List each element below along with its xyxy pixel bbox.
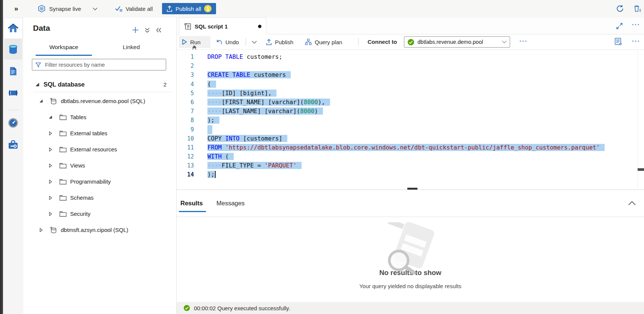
- discard-all-button[interactable]: [633, 0, 641, 17]
- tree-item-dbtmsft-azsyn-cipool-sql[interactable]: dbtmsft.azsyn.cipool (SQL): [23, 222, 176, 238]
- tab-workspace[interactable]: Workspace: [36, 44, 92, 51]
- collapse-panel-button[interactable]: [156, 27, 162, 33]
- nav-home-button[interactable]: [4, 18, 22, 39]
- code-line[interactable]: );: [207, 170, 605, 179]
- filter-resources-box: [32, 59, 166, 70]
- properties-icon: [614, 37, 623, 46]
- tree-section-sql-database[interactable]: SQL database 2: [23, 78, 176, 91]
- code-line[interactable]: COPY INTO [customers]: [207, 134, 605, 143]
- line-number: 2: [177, 61, 194, 70]
- empty-state-subtitle: Your query yielded no displayable result…: [177, 283, 644, 289]
- line-number: 8: [177, 116, 194, 125]
- nav-data-button[interactable]: [4, 39, 22, 60]
- publish-all-label: Publish all: [176, 6, 201, 12]
- tree-item-external-resources[interactable]: External resources: [23, 141, 176, 157]
- top-command-bar: » Synapse live: [3, 0, 644, 18]
- tab-sql-script-1[interactable]: SQL script 1: [179, 18, 266, 34]
- tab-more-actions-button[interactable]: ···: [632, 21, 640, 28]
- filter-resources-input[interactable]: [44, 61, 166, 68]
- refresh-icon: [616, 4, 624, 13]
- tree-item-tables[interactable]: Tables: [23, 109, 176, 125]
- code-line[interactable]: DROP TABLE customers;: [207, 52, 605, 61]
- validate-icon: [115, 5, 123, 12]
- code-line[interactable]: ····[FIRST_NAME] [varchar](8000),: [207, 98, 605, 107]
- trash-icon: [633, 4, 641, 13]
- tree-item-schemas[interactable]: Schemas: [23, 190, 176, 206]
- tree-item-views[interactable]: Views: [23, 157, 176, 173]
- tree-item-dbtlabs-revenue-demo-pool-sql[interactable]: dbtlabs.revenue.demo.pool (SQL): [23, 93, 176, 109]
- folder-icon: [59, 114, 67, 120]
- folder-icon: [59, 211, 67, 217]
- collapsed-chevron[interactable]: [48, 131, 53, 136]
- nav-monitor-button[interactable]: [4, 114, 22, 132]
- undo-button[interactable]: Undo: [213, 36, 242, 48]
- collapsed-chevron-icon: [48, 131, 53, 136]
- line-number-gutter: 1234567891011121314: [177, 52, 194, 179]
- code-line[interactable]: [207, 61, 605, 70]
- synapse-studio-window: » Synapse live: [0, 0, 644, 314]
- expanded-chevron[interactable]: [48, 115, 53, 119]
- code-line[interactable]: ····FILE_TYPE = 'PARQUET': [207, 161, 605, 170]
- expand-all-button[interactable]: [144, 28, 150, 33]
- validate-all-button[interactable]: Validate all: [115, 0, 153, 17]
- collapsed-chevron[interactable]: [48, 163, 53, 168]
- sql-code-editor[interactable]: 1234567891011121314 DROP TABLE customers…: [177, 50, 644, 190]
- refresh-button[interactable]: [616, 0, 624, 17]
- toolbar-overflow-button[interactable]: ···: [632, 38, 640, 45]
- code-line[interactable]: WITH (: [207, 152, 605, 161]
- editor-scrollbar-marker[interactable]: [638, 168, 644, 171]
- tree-divider: [33, 92, 171, 92]
- double-chevron-down-icon: [144, 28, 150, 33]
- line-number: 12: [177, 152, 194, 161]
- publish-button[interactable]: Publish: [263, 36, 296, 48]
- nav-integrate-button[interactable]: [4, 83, 22, 103]
- collapsed-chevron-icon: [48, 196, 53, 200]
- collapse-results-button[interactable]: [628, 200, 636, 206]
- undo-label: Undo: [225, 39, 239, 45]
- run-button[interactable]: Run: [179, 36, 210, 48]
- folder-icon: [59, 194, 67, 201]
- expanded-chevron[interactable]: [39, 99, 44, 103]
- code-line[interactable]: (: [207, 80, 605, 89]
- code-line[interactable]: );: [207, 116, 605, 125]
- collapsed-chevron[interactable]: [48, 196, 53, 200]
- code-content[interactable]: DROP TABLE customers;CREATE TABLE custom…: [207, 52, 605, 179]
- open-fullscreen-button[interactable]: [616, 22, 623, 30]
- toolbar-more-button[interactable]: ···: [519, 38, 528, 45]
- code-line[interactable]: FROM 'https://dbtlabsynapsedatalake.blob…: [207, 143, 605, 152]
- publish-icon: [167, 6, 173, 12]
- properties-button[interactable]: [614, 37, 623, 46]
- mode-selector[interactable]: Synapse live: [38, 0, 98, 17]
- tree-item-programmability[interactable]: Programmability: [23, 173, 176, 190]
- code-line[interactable]: CREATE TABLE customers: [207, 70, 605, 79]
- folder-icon: [59, 162, 67, 169]
- add-resource-button[interactable]: [132, 27, 139, 33]
- collapsed-chevron[interactable]: [48, 212, 53, 216]
- undo-redo-dropdown-button[interactable]: [249, 36, 260, 48]
- code-line[interactable]: ····[ID] [bigint],: [207, 89, 605, 98]
- editor-tab-bar: SQL script 1 ···: [177, 18, 644, 34]
- connect-to-pool-select[interactable]: dbtlabs.revenue.demo.pool: [404, 36, 510, 48]
- nav-develop-button[interactable]: [4, 61, 22, 81]
- no-results-illustration-icon: [379, 222, 443, 281]
- double-chevron-icon: »: [14, 4, 18, 13]
- publish-all-button[interactable]: Publish all 1: [162, 3, 216, 14]
- expanded-chevron-icon: [48, 115, 53, 119]
- tab-linked[interactable]: Linked: [113, 44, 150, 51]
- sql-pool-icon: [49, 226, 57, 234]
- tree-item-security[interactable]: Security: [23, 206, 176, 222]
- code-line[interactable]: ····[LAST_NAME] [varchar](8000): [207, 107, 605, 116]
- query-plan-button[interactable]: Query plan: [302, 36, 345, 48]
- integrate-hub-icon: [8, 87, 19, 99]
- code-line[interactable]: [207, 125, 605, 134]
- sql-pool-icon: [49, 97, 57, 105]
- collapsed-chevron[interactable]: [48, 179, 53, 184]
- nav-manage-button[interactable]: [4, 135, 22, 155]
- collapsed-chevron[interactable]: [39, 228, 44, 232]
- toolbar-divider: [246, 38, 246, 46]
- tree-item-external-tables[interactable]: External tables: [23, 125, 176, 141]
- undo-icon: [216, 39, 222, 45]
- collapsed-chevron-icon: [39, 228, 43, 232]
- expand-menu-button[interactable]: »: [14, 0, 18, 17]
- collapsed-chevron[interactable]: [48, 147, 53, 152]
